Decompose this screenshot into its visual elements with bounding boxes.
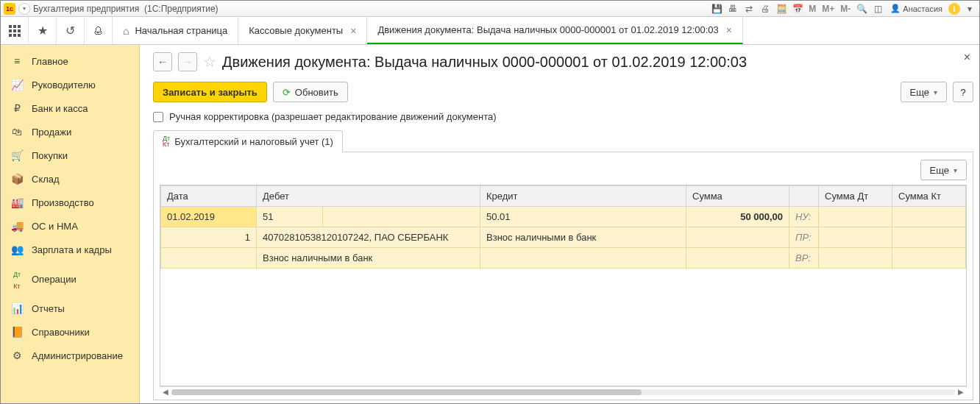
- print-icon[interactable]: 🖶: [726, 3, 739, 15]
- app-logo-icon: 1c: [4, 3, 15, 15]
- scroll-right-icon[interactable]: ▶: [958, 388, 964, 396]
- col-credit[interactable]: Кредит: [480, 186, 686, 207]
- close-icon[interactable]: ×: [726, 24, 732, 36]
- col-sumdt[interactable]: Сумма Дт: [819, 186, 892, 207]
- tab-accounting[interactable]: ДтКт Бухгалтерский и налоговый учет (1): [153, 130, 343, 152]
- apps-grid-icon[interactable]: [1, 17, 29, 44]
- tab-label: Кассовые документы: [249, 25, 343, 36]
- info-icon[interactable]: i: [948, 3, 960, 15]
- back-button[interactable]: ←: [153, 52, 172, 71]
- calc-icon[interactable]: 🧮: [775, 3, 788, 15]
- truck-icon: 🚚: [11, 220, 23, 232]
- close-icon[interactable]: ×: [964, 51, 970, 64]
- history-icon[interactable]: ↺: [57, 17, 85, 44]
- app-menu-dropdown-icon[interactable]: ▾: [18, 3, 30, 15]
- table-row[interactable]: Взнос наличными в банк ВР:: [161, 248, 966, 269]
- table-row[interactable]: 1 40702810538120107242, ПАО СБЕРБАНК Взн…: [161, 227, 966, 248]
- manual-edit-checkbox[interactable]: [153, 112, 163, 122]
- tab-document-movements[interactable]: Движения документа: Выдача наличных 0000…: [367, 17, 743, 44]
- page-title: Движения документа: Выдача наличных 0000…: [222, 54, 747, 71]
- titlebar-dropdown-icon[interactable]: ▾: [963, 3, 976, 15]
- sidebar-item-hr[interactable]: 👥Зарплата и кадры: [1, 238, 139, 261]
- cell-debit: 40702810538120107242, ПАО СБЕРБАНК: [257, 227, 480, 248]
- compare-icon[interactable]: ⇄: [742, 3, 756, 15]
- mminus-button[interactable]: M-: [839, 4, 852, 14]
- help-button[interactable]: ?: [953, 82, 973, 102]
- sidebar-item-label: Склад: [32, 174, 60, 185]
- sidebar-item-admin[interactable]: ⚙Администрирование: [1, 344, 139, 367]
- horizontal-scrollbar[interactable]: ◀ ▶: [160, 386, 967, 397]
- sidebar-item-operations[interactable]: ДтКтОперации: [1, 261, 139, 297]
- cell-n: 1: [161, 227, 257, 248]
- bell-icon[interactable]: 🕭: [85, 17, 113, 44]
- sidebar-item-production[interactable]: 🏭Производство: [1, 191, 139, 214]
- sidebar-item-warehouse[interactable]: 📦Склад: [1, 167, 139, 191]
- svg-rect-4: [13, 29, 16, 32]
- calendar-icon[interactable]: 📅: [791, 3, 804, 15]
- cell-debit: Взнос наличными в банк: [257, 248, 480, 269]
- table-more-button[interactable]: Еще▾: [920, 160, 967, 180]
- col-sumkt[interactable]: Сумма Кт: [892, 186, 966, 207]
- cell-sumdt: [819, 248, 892, 269]
- panel-icon[interactable]: ◫: [871, 3, 884, 15]
- cell-sumdt: [819, 207, 892, 227]
- favorite-icon[interactable]: ☆: [203, 53, 216, 71]
- sidebar-item-main[interactable]: ≡Главное: [1, 49, 139, 73]
- tab-label: Движения документа: Выдача наличных 0000…: [377, 24, 718, 35]
- write-close-button[interactable]: Записать и закрыть: [153, 82, 267, 102]
- cell-pr: ПР:: [789, 227, 819, 248]
- sidebar-item-purchases[interactable]: 🛒Покупки: [1, 143, 139, 167]
- mplus-button[interactable]: M+: [820, 4, 836, 14]
- refresh-button[interactable]: ⟳Обновить: [273, 82, 348, 102]
- sidebar-item-manager[interactable]: 📈Руководителю: [1, 73, 139, 96]
- top-nav: ★ ↺ 🕭 ⌂ Начальная страница Кассовые доку…: [1, 17, 979, 45]
- forward-button[interactable]: →: [178, 52, 197, 71]
- tab-home[interactable]: ⌂ Начальная страница: [113, 17, 238, 44]
- table-row[interactable]: 01.02.2019 51 50.01 50 000,00 НУ:: [161, 207, 966, 227]
- svg-rect-8: [18, 34, 21, 37]
- chart-icon: 📈: [11, 79, 23, 91]
- cell-date: 01.02.2019: [161, 207, 257, 227]
- sidebar-item-label: Продажи: [32, 127, 71, 138]
- book-icon: 📙: [11, 326, 23, 338]
- close-icon[interactable]: ×: [350, 25, 356, 37]
- svg-rect-7: [13, 34, 16, 37]
- tab-cash-documents[interactable]: Кассовые документы ×: [238, 17, 367, 44]
- sidebar-item-label: Банк и касса: [32, 103, 88, 114]
- cell-nu: НУ:: [789, 207, 819, 227]
- sidebar-item-sales[interactable]: 🛍Продажи: [1, 120, 139, 143]
- bars-icon: 📊: [11, 302, 23, 314]
- save-icon[interactable]: 💾: [710, 3, 723, 15]
- more-button[interactable]: Еще▾: [901, 82, 947, 102]
- app-title: Бухгалтерия предприятия (1С:Предприятие): [33, 4, 219, 14]
- svg-rect-1: [13, 25, 16, 28]
- sidebar-item-assets[interactable]: 🚚ОС и НМА: [1, 214, 139, 238]
- sidebar-item-reports[interactable]: 📊Отчеты: [1, 297, 139, 320]
- col-date[interactable]: Дата: [161, 186, 257, 207]
- cell-credit: [480, 248, 686, 269]
- sidebar-item-label: Операции: [32, 274, 77, 285]
- tab-label: Бухгалтерский и налоговый учет (1): [174, 136, 333, 147]
- col-debit[interactable]: Дебет: [257, 186, 480, 207]
- sidebar-item-label: Администрирование: [32, 350, 123, 361]
- sidebar-item-bank[interactable]: ₽Банк и касса: [1, 96, 139, 120]
- sidebar-item-label: Руководителю: [32, 79, 96, 91]
- user-badge[interactable]: 👤Анастасия: [887, 4, 945, 13]
- sidebar-item-catalogs[interactable]: 📙Справочники: [1, 320, 139, 344]
- m-button[interactable]: M: [807, 4, 817, 14]
- scroll-left-icon[interactable]: ◀: [163, 388, 168, 396]
- cell-sumkt: [892, 227, 966, 248]
- titlebar: 1c ▾ Бухгалтерия предприятия (1С:Предпри…: [1, 1, 979, 17]
- sidebar-item-label: Отчеты: [32, 303, 65, 314]
- print2-icon[interactable]: 🖨: [759, 3, 772, 15]
- search-icon[interactable]: 🔍: [855, 3, 868, 15]
- svg-rect-2: [18, 25, 21, 28]
- cell-sumdt: [819, 227, 892, 248]
- star-icon[interactable]: ★: [29, 17, 57, 44]
- sidebar-item-label: Покупки: [32, 150, 68, 161]
- cell-credit: 50.01: [480, 207, 686, 227]
- svg-rect-3: [9, 29, 12, 32]
- col-sum[interactable]: Сумма: [686, 186, 789, 207]
- cell-debit-sub: [323, 207, 480, 227]
- people-icon: 👥: [11, 244, 23, 255]
